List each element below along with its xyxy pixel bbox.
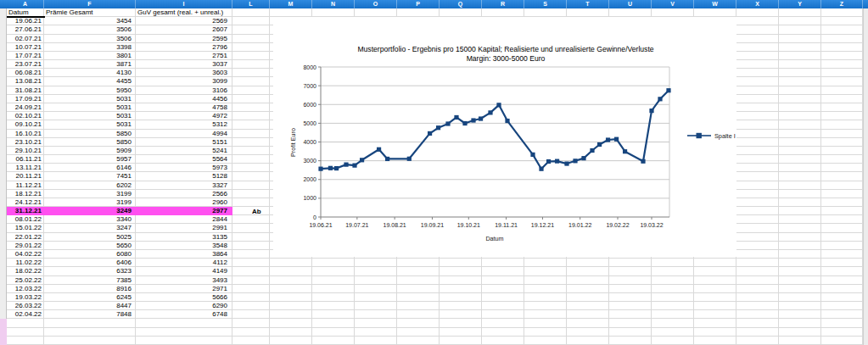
cell-guv[interactable]: 4994 bbox=[136, 130, 232, 138]
column-header-V[interactable]: V bbox=[652, 0, 694, 8]
cell-guv[interactable]: 5564 bbox=[136, 155, 232, 164]
cell-praemie[interactable]: 8447 bbox=[44, 302, 136, 310]
cell-praemie[interactable]: 5650 bbox=[44, 242, 136, 250]
cell-datum[interactable]: 15.01.22 bbox=[7, 224, 44, 232]
cell-datum[interactable]: 29.10.21 bbox=[7, 147, 44, 155]
column-header-T[interactable]: T bbox=[567, 0, 609, 8]
cell-praemie[interactable]: 3454 bbox=[44, 17, 136, 25]
cell-guv[interactable]: 2960 bbox=[136, 198, 232, 207]
column-header-P[interactable]: P bbox=[397, 0, 440, 8]
cell-guv[interactable]: 6748 bbox=[136, 310, 232, 319]
cell-datum[interactable]: 02.07.21 bbox=[7, 35, 44, 43]
column-header-S[interactable]: S bbox=[524, 0, 567, 8]
cell-guv[interactable]: 5312 bbox=[136, 120, 232, 129]
column-header-Z[interactable]: Z bbox=[821, 0, 863, 8]
cell-datum[interactable]: 17.09.21 bbox=[7, 95, 44, 103]
cell-guv[interactable]: 3327 bbox=[136, 181, 232, 190]
cell-praemie[interactable]: 3398 bbox=[44, 43, 136, 52]
cell-praemie[interactable]: 3199 bbox=[44, 190, 136, 198]
cell-datum[interactable]: 26.03.22 bbox=[7, 302, 44, 310]
cell-praemie[interactable]: 3199 bbox=[44, 198, 136, 207]
column-header-Q[interactable]: Q bbox=[440, 0, 482, 8]
cell-praemie[interactable]: 3249 bbox=[44, 207, 136, 215]
column-header-N[interactable]: N bbox=[312, 0, 355, 8]
cell-guv[interactable]: 3106 bbox=[136, 86, 232, 95]
cell-datum[interactable]: 23.10.21 bbox=[7, 138, 44, 147]
column-header-Y[interactable]: Y bbox=[779, 0, 821, 8]
cell-praemie[interactable]: 5031 bbox=[44, 112, 136, 120]
cell-guv[interactable]: 5973 bbox=[136, 164, 232, 172]
cell-datum[interactable]: 18.02.22 bbox=[7, 267, 44, 275]
cell-guv[interactable]: 2595 bbox=[136, 35, 232, 43]
cell-praemie[interactable]: 6323 bbox=[44, 267, 136, 275]
cell-praemie[interactable]: 7848 bbox=[44, 310, 136, 319]
cell-praemie[interactable]: 7385 bbox=[44, 276, 136, 285]
cell-praemie[interactable]: 7451 bbox=[44, 172, 136, 181]
cell-guv[interactable]: 4972 bbox=[136, 112, 232, 120]
column-header-I[interactable]: I bbox=[136, 0, 232, 8]
chart[interactable]: Musterportfolio - Ergebnis pro 15000 Kap… bbox=[273, 17, 736, 257]
cell-datum[interactable]: 09.10.21 bbox=[7, 120, 44, 129]
cell-guv[interactable]: 3099 bbox=[136, 77, 232, 86]
cell-datum[interactable]: 10.07.21 bbox=[7, 43, 44, 52]
cell-praemie[interactable]: 6245 bbox=[44, 293, 136, 302]
header-cell-praemie[interactable]: Prämie Gesamt bbox=[44, 8, 136, 17]
cell-praemie[interactable]: 3506 bbox=[44, 35, 136, 43]
cell-datum[interactable]: 16.10.21 bbox=[7, 130, 44, 138]
cell-guv[interactable]: 2607 bbox=[136, 25, 232, 34]
cell-praemie[interactable]: 6146 bbox=[44, 164, 136, 172]
cell-datum[interactable]: 06.08.21 bbox=[7, 69, 44, 77]
cell-datum[interactable]: 20.11.21 bbox=[7, 172, 44, 181]
cell-datum[interactable]: 13.11.21 bbox=[7, 164, 44, 172]
cell-praemie[interactable]: 5909 bbox=[44, 147, 136, 155]
cell-guv[interactable]: 2844 bbox=[136, 215, 232, 224]
cell-datum[interactable]: 11.12.21 bbox=[7, 181, 44, 190]
cell-guv[interactable]: 5666 bbox=[136, 293, 232, 302]
cell-guv[interactable]: 5128 bbox=[136, 172, 232, 181]
cell-datum[interactable]: 29.01.22 bbox=[7, 242, 44, 250]
cell-praemie[interactable]: 5850 bbox=[44, 130, 136, 138]
cell-praemie[interactable]: 5950 bbox=[44, 86, 136, 95]
cell-datum[interactable]: 19.03.22 bbox=[7, 293, 44, 302]
cell-guv[interactable]: 3493 bbox=[136, 276, 232, 285]
cell-guv[interactable]: 2796 bbox=[136, 43, 232, 52]
cell-praemie[interactable]: 4130 bbox=[44, 69, 136, 77]
cell-datum[interactable]: 19.06.21 bbox=[7, 17, 44, 25]
cell-guv[interactable]: 3548 bbox=[136, 242, 232, 250]
cell-datum[interactable]: 17.07.21 bbox=[7, 52, 44, 60]
cell-datum[interactable]: 22.01.22 bbox=[7, 233, 44, 242]
column-header-U[interactable]: U bbox=[609, 0, 652, 8]
cell-guv[interactable]: 6290 bbox=[136, 302, 232, 310]
cell-guv[interactable]: 3037 bbox=[136, 60, 232, 69]
cell-praemie[interactable]: 3247 bbox=[44, 224, 136, 232]
cell-praemie[interactable]: 3506 bbox=[44, 25, 136, 34]
column-header-W[interactable]: W bbox=[694, 0, 736, 8]
cell-datum[interactable]: 08.01.22 bbox=[7, 215, 44, 224]
cell-datum[interactable]: 18.12.21 bbox=[7, 190, 44, 198]
cell-praemie[interactable]: 6406 bbox=[44, 259, 136, 267]
cell-datum[interactable]: 12.03.22 bbox=[7, 285, 44, 293]
cell-datum[interactable]: 31.12.21 bbox=[7, 207, 44, 215]
cell-datum[interactable]: 06.11.21 bbox=[7, 155, 44, 164]
cell-guv[interactable]: 3864 bbox=[136, 250, 232, 259]
cell-datum[interactable]: 13.08.21 bbox=[7, 77, 44, 86]
cell-praemie[interactable]: 5031 bbox=[44, 95, 136, 103]
cell-datum[interactable]: 24.12.21 bbox=[7, 198, 44, 207]
cell-datum[interactable]: 25.02.22 bbox=[7, 276, 44, 285]
column-header-X[interactable]: X bbox=[736, 0, 779, 8]
cell-praemie[interactable]: 5031 bbox=[44, 103, 136, 112]
column-header-O[interactable]: O bbox=[355, 0, 397, 8]
cell-praemie[interactable]: 8916 bbox=[44, 285, 136, 293]
cell-guv[interactable]: 2991 bbox=[136, 224, 232, 232]
cell-datum[interactable]: 11.02.22 bbox=[7, 259, 44, 267]
cell-praemie[interactable]: 3871 bbox=[44, 60, 136, 69]
cell-praemie[interactable]: 5957 bbox=[44, 155, 136, 164]
column-header-M[interactable]: M bbox=[270, 0, 312, 8]
cell-praemie[interactable]: 6080 bbox=[44, 250, 136, 259]
cell-datum[interactable]: 04.02.22 bbox=[7, 250, 44, 259]
cell-guv[interactable]: 3603 bbox=[136, 69, 232, 77]
column-header-A[interactable]: A bbox=[7, 0, 44, 8]
header-cell-guv[interactable]: GuV gesamt (real. + unreal.) bbox=[136, 8, 232, 17]
cell-praemie[interactable]: 5850 bbox=[44, 138, 136, 147]
cell-guv[interactable]: 4149 bbox=[136, 267, 232, 275]
